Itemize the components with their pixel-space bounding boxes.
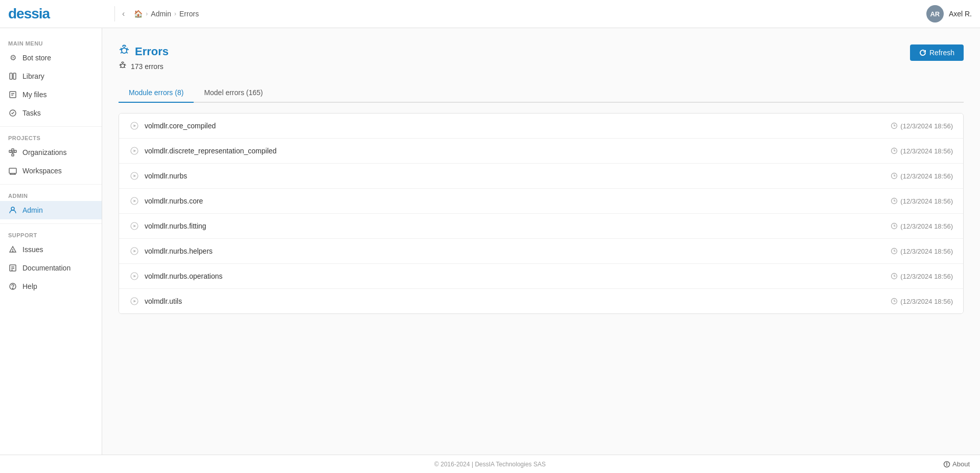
error-count: 173 errors xyxy=(131,62,164,71)
svg-line-41 xyxy=(124,67,125,67)
error-left: volmdlr.nurbs xyxy=(129,171,187,181)
sidebar-item-organizations[interactable]: Organizations xyxy=(0,143,102,162)
error-timestamp: (12/3/2024 18:56) xyxy=(891,122,953,130)
error-name: volmdlr.discrete_representation_compiled xyxy=(145,147,276,155)
my-files-icon xyxy=(8,90,17,99)
sidebar-item-documentation[interactable]: Documentation xyxy=(0,259,102,277)
error-left: volmdlr.nurbs.fitting xyxy=(129,221,206,231)
sidebar-item-issues[interactable]: Issues xyxy=(0,240,102,259)
error-left: volmdlr.core_compiled xyxy=(129,121,216,131)
svg-point-19 xyxy=(12,251,13,252)
main-menu-label: Main menu xyxy=(0,36,102,49)
svg-line-33 xyxy=(126,52,128,53)
svg-marker-58 xyxy=(134,250,136,253)
svg-line-32 xyxy=(121,52,122,53)
breadcrumb-errors: Errors xyxy=(179,10,199,18)
documentation-icon xyxy=(8,263,17,273)
error-name: volmdlr.nurbs.fitting xyxy=(145,222,206,230)
svg-point-26 xyxy=(122,48,127,53)
error-row[interactable]: volmdlr.nurbs.helpers (12/3/2024 18:56) xyxy=(119,239,963,264)
error-timestamp: (12/3/2024 18:56) xyxy=(891,197,953,205)
tab-model-errors[interactable]: Model errors (165) xyxy=(194,83,273,103)
breadcrumb: 🏠 › Admin › Errors xyxy=(134,10,926,18)
svg-rect-13 xyxy=(9,168,16,173)
admin-label: Admin xyxy=(0,189,102,201)
svg-marker-61 xyxy=(134,275,136,278)
error-left: volmdlr.nurbs.core xyxy=(129,196,203,206)
error-row[interactable]: volmdlr.utils (12/3/2024 18:56) xyxy=(119,289,963,313)
error-name: volmdlr.nurbs.operations xyxy=(145,272,223,280)
svg-marker-49 xyxy=(134,175,136,177)
tasks-icon xyxy=(8,108,17,118)
error-row[interactable]: volmdlr.discrete_representation_compiled… xyxy=(119,139,963,164)
error-row[interactable]: volmdlr.nurbs.fitting (12/3/2024 18:56) xyxy=(119,214,963,239)
error-play-icon xyxy=(129,221,139,231)
sidebar-label-admin: Admin xyxy=(22,206,43,214)
sidebar-item-my-files[interactable]: My files xyxy=(0,85,102,104)
sidebar-label-documentation: Documentation xyxy=(22,264,71,272)
organizations-icon xyxy=(8,148,17,157)
error-row[interactable]: volmdlr.nurbs.core (12/3/2024 18:56) xyxy=(119,189,963,214)
logo: dessia xyxy=(8,6,110,22)
error-play-icon xyxy=(129,296,139,306)
error-row[interactable]: volmdlr.core_compiled (12/3/2024 18:56) xyxy=(119,114,963,139)
svg-marker-64 xyxy=(134,300,136,303)
error-play-icon xyxy=(129,246,139,256)
error-name: volmdlr.nurbs xyxy=(145,172,187,180)
sidebar-item-help[interactable]: Help xyxy=(0,277,102,296)
sidebar-item-library[interactable]: Library xyxy=(0,67,102,85)
sidebar-divider-1 xyxy=(0,126,102,127)
back-button[interactable]: ‹ xyxy=(119,7,128,20)
sidebar: Main menu ⚙ Bot store Library My files T… xyxy=(0,28,102,473)
topbar: dessia ‹ 🏠 › Admin › Errors AR Axel R. xyxy=(0,0,980,28)
errors-bug-icon xyxy=(119,44,130,58)
workspaces-icon xyxy=(8,166,17,175)
admin-icon xyxy=(8,206,17,215)
sidebar-item-bot-store[interactable]: ⚙ Bot store xyxy=(0,49,102,67)
tabs: Module errors (8) Model errors (165) xyxy=(119,83,964,103)
svg-rect-2 xyxy=(10,92,16,98)
error-left: volmdlr.utils xyxy=(129,296,182,306)
sidebar-item-workspaces[interactable]: Workspaces xyxy=(0,162,102,180)
error-name: volmdlr.utils xyxy=(145,297,182,305)
logo-text: dessia xyxy=(8,6,50,22)
library-icon xyxy=(8,72,17,81)
footer: © 2016-2024 | DessIA Technologies SAS Ab… xyxy=(0,455,980,473)
refresh-button[interactable]: Refresh xyxy=(910,44,964,61)
svg-line-40 xyxy=(120,67,121,67)
tab-module-errors[interactable]: Module errors (8) xyxy=(119,83,194,103)
error-row[interactable]: volmdlr.nurbs.operations (12/3/2024 18:5… xyxy=(119,264,963,289)
error-play-icon xyxy=(129,121,139,131)
error-count-row: 173 errors xyxy=(119,61,964,71)
error-timestamp: (12/3/2024 18:56) xyxy=(891,247,953,255)
breadcrumb-admin[interactable]: Admin xyxy=(151,10,171,18)
sidebar-label-library: Library xyxy=(22,72,44,80)
svg-point-68 xyxy=(946,462,947,463)
breadcrumb-home: 🏠 xyxy=(134,10,143,18)
svg-rect-1 xyxy=(13,73,16,79)
projects-label: Projects xyxy=(0,131,102,143)
error-left: volmdlr.nurbs.helpers xyxy=(129,246,213,256)
bot-store-icon: ⚙ xyxy=(8,53,17,62)
sidebar-label-issues: Issues xyxy=(22,245,43,254)
error-play-icon xyxy=(129,171,139,181)
error-count-bug-icon xyxy=(119,61,127,71)
svg-point-34 xyxy=(121,64,124,67)
svg-line-30 xyxy=(121,48,122,49)
svg-line-39 xyxy=(124,64,125,64)
sidebar-label-bot-store: Bot store xyxy=(22,54,51,62)
username: Axel R. xyxy=(949,10,972,18)
error-name: volmdlr.nurbs.core xyxy=(145,197,203,205)
error-timestamp: (12/3/2024 18:56) xyxy=(891,147,953,155)
error-row[interactable]: volmdlr.nurbs (12/3/2024 18:56) xyxy=(119,164,963,189)
error-list: volmdlr.core_compiled (12/3/2024 18:56) … xyxy=(119,113,964,314)
sidebar-divider-3 xyxy=(0,223,102,224)
page-title-row: Errors xyxy=(119,44,964,58)
sidebar-item-tasks[interactable]: Tasks xyxy=(0,104,102,122)
error-timestamp: (12/3/2024 18:56) xyxy=(891,172,953,180)
error-timestamp: (12/3/2024 18:56) xyxy=(891,222,953,230)
sidebar-item-admin[interactable]: Admin xyxy=(0,201,102,219)
error-left: volmdlr.nurbs.operations xyxy=(129,271,223,281)
error-play-icon xyxy=(129,196,139,206)
footer-about[interactable]: About xyxy=(943,460,970,468)
